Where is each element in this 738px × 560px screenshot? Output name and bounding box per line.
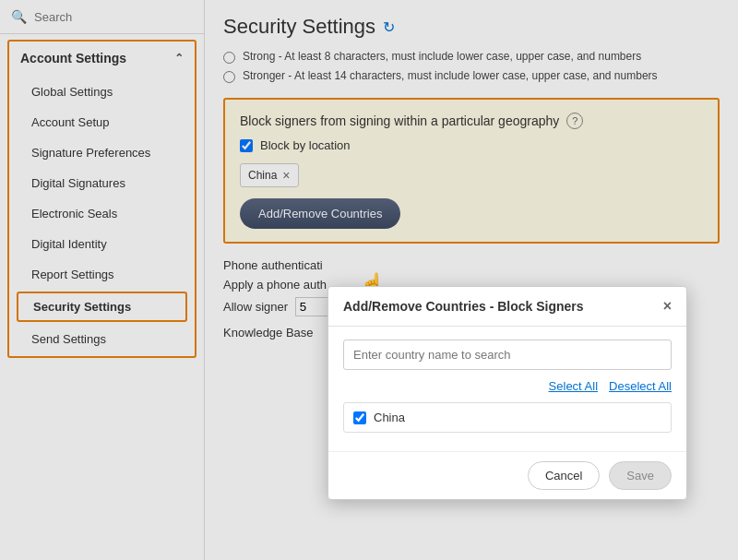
- cancel-button[interactable]: Cancel: [528, 461, 600, 490]
- save-button[interactable]: Save: [609, 461, 672, 490]
- modal-title: Add/Remove Countries - Block Signers: [343, 299, 584, 314]
- china-label: China: [374, 411, 405, 424]
- china-checkbox[interactable]: [353, 411, 366, 424]
- modal-close-button[interactable]: ×: [663, 298, 672, 315]
- modal-footer: Cancel Save: [328, 451, 686, 499]
- modal-actions: Select All Deselect All: [343, 379, 672, 393]
- country-search-input[interactable]: [343, 340, 672, 370]
- country-china-row: China: [343, 402, 672, 433]
- modal-body: Select All Deselect All China: [328, 327, 686, 451]
- add-remove-countries-modal: Add/Remove Countries - Block Signers × S…: [327, 286, 687, 500]
- deselect-all-button[interactable]: Deselect All: [609, 379, 672, 393]
- select-all-button[interactable]: Select All: [549, 379, 598, 393]
- modal-header: Add/Remove Countries - Block Signers ×: [328, 287, 686, 327]
